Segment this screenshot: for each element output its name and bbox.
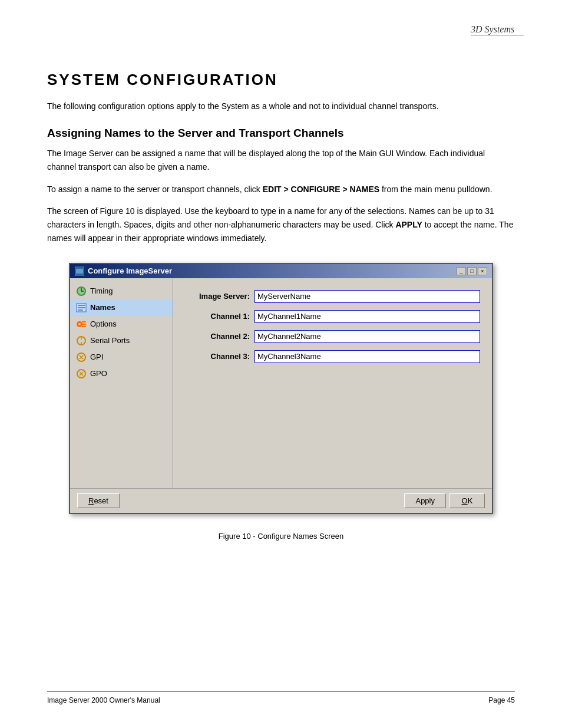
configure-imageserver-dialog: Configure ImageServer _ □ ×: [69, 263, 493, 514]
gpo-icon: [76, 368, 87, 379]
sidebar: Timing Names: [70, 278, 173, 488]
brand-logo: 3D Systems: [468, 18, 527, 41]
svg-rect-13: [82, 321, 86, 322]
body-paragraph-2: To assign a name to the server or transp…: [47, 183, 515, 196]
svg-text:3D Systems: 3D Systems: [470, 24, 514, 35]
page-footer: Image Server 2000 Owner's Manual Page 45: [47, 691, 515, 704]
sidebar-item-gpi[interactable]: GPI: [70, 349, 173, 365]
dialog-body: Timing Names: [70, 278, 492, 513]
channel3-label: Channel 3:: [185, 352, 250, 361]
svg-rect-3: [76, 269, 83, 274]
section-title: Assigning Names to the Server and Transp…: [47, 127, 515, 140]
sidebar-label-gpi: GPI: [90, 353, 103, 361]
sidebar-label-serial-ports: Serial Ports: [90, 336, 130, 345]
sidebar-item-names[interactable]: Names: [70, 299, 173, 316]
options-icon: [76, 319, 87, 330]
sidebar-label-timing: Timing: [90, 286, 113, 295]
ok-button[interactable]: OK: [449, 493, 485, 508]
timing-icon: [76, 286, 87, 297]
form-row-channel2: Channel 2:: [185, 330, 480, 343]
form-row-image-server: Image Server:: [185, 290, 480, 303]
form-row-channel3: Channel 3:: [185, 350, 480, 363]
channel1-label: Channel 1:: [185, 312, 250, 321]
page-title: System Configuration: [47, 71, 515, 89]
figure-caption: Figure 10 - Configure Names Screen: [47, 532, 515, 541]
image-server-label: Image Server:: [185, 292, 250, 301]
svg-point-12: [78, 323, 81, 325]
channel2-label: Channel 2:: [185, 332, 250, 341]
minimize-button[interactable]: _: [457, 267, 466, 275]
sidebar-item-options[interactable]: Options: [70, 316, 173, 332]
ok-apply-buttons: Apply OK: [404, 493, 485, 508]
close-button[interactable]: ×: [478, 267, 487, 275]
dialog-app-icon: [75, 266, 84, 276]
serial-ports-icon: [76, 335, 87, 346]
footer-page-number: Page 45: [488, 696, 515, 704]
gpi-icon: [76, 352, 87, 363]
names-icon: [76, 302, 87, 313]
main-panel: Image Server: Channel 1: Channel 2:: [173, 278, 492, 488]
svg-rect-15: [82, 326, 86, 327]
apply-button[interactable]: Apply: [404, 493, 446, 508]
channel3-input[interactable]: [254, 350, 480, 363]
panel-spacer: [185, 370, 480, 476]
dialog-title: Configure ImageServer: [88, 266, 172, 275]
dialog-content: Timing Names: [70, 278, 492, 488]
maximize-button[interactable]: □: [467, 267, 477, 275]
sidebar-label-gpo: GPO: [90, 369, 107, 378]
reset-button[interactable]: Reset: [77, 493, 120, 508]
apply-button-label: Apply: [415, 496, 435, 505]
ok-button-label: OK: [462, 496, 473, 505]
channel2-input[interactable]: [254, 330, 480, 343]
form-row-channel1: Channel 1:: [185, 310, 480, 323]
body-paragraph-1: The Image Server can be assigned a name …: [47, 147, 515, 174]
titlebar-buttons: _ □ ×: [457, 267, 487, 275]
dialog-titlebar: Configure ImageServer _ □ ×: [70, 264, 492, 278]
sidebar-item-timing[interactable]: Timing: [70, 283, 173, 299]
reset-button-label: Reset: [88, 496, 108, 505]
dialog-footer: Reset Apply OK: [70, 488, 492, 513]
sidebar-label-names: Names: [90, 303, 115, 312]
svg-rect-14: [82, 324, 86, 325]
intro-paragraph: The following configuration options appl…: [47, 100, 515, 113]
channel1-input[interactable]: [254, 310, 480, 323]
footer-manual-title: Image Server 2000 Owner's Manual: [47, 696, 160, 704]
sidebar-label-options: Options: [90, 319, 117, 328]
titlebar-left: Configure ImageServer: [75, 266, 172, 276]
sidebar-item-serial-ports[interactable]: Serial Ports: [70, 332, 173, 349]
body-paragraph-3: The screen of Figure 10 is displayed. Us…: [47, 205, 515, 245]
sidebar-item-gpo[interactable]: GPO: [70, 365, 173, 382]
image-server-input[interactable]: [254, 290, 480, 303]
